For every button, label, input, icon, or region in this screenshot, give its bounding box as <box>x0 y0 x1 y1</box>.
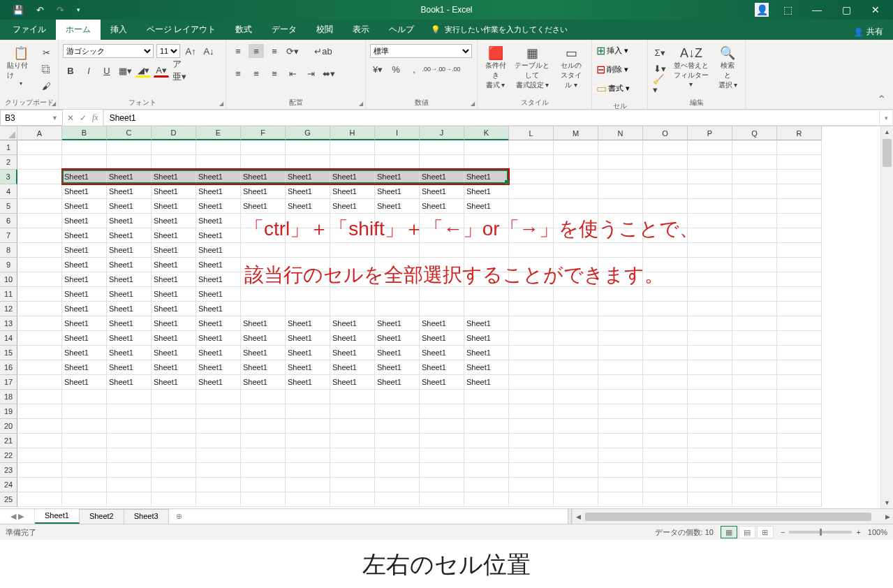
cell-J24[interactable] <box>420 478 464 492</box>
cell-E15[interactable]: Sheet1 <box>196 346 241 360</box>
cell-I25[interactable] <box>375 492 420 507</box>
cell-E19[interactable] <box>196 404 241 419</box>
number-launcher-icon[interactable]: ◢ <box>471 101 475 107</box>
cell-H25[interactable] <box>330 492 375 507</box>
cell-H13[interactable]: Sheet1 <box>330 316 375 331</box>
cell-E9[interactable]: Sheet1 <box>196 258 241 272</box>
cell-R2[interactable] <box>777 155 822 170</box>
cell-G24[interactable] <box>286 478 330 492</box>
cell-L6[interactable] <box>509 214 554 228</box>
add-sheet-button[interactable]: ⊕ <box>169 509 190 524</box>
cell-B4[interactable]: Sheet1 <box>62 184 107 199</box>
cell-J10[interactable] <box>420 272 464 287</box>
cell-H11[interactable] <box>330 287 375 302</box>
row-header-21[interactable]: 21 <box>0 434 17 448</box>
cell-P4[interactable] <box>688 184 732 199</box>
cell-Q22[interactable] <box>732 448 777 463</box>
cell-P3[interactable] <box>688 170 732 184</box>
cell-M16[interactable] <box>554 360 598 375</box>
cell-E18[interactable] <box>196 390 241 404</box>
cell-O17[interactable] <box>643 375 688 390</box>
cell-R7[interactable] <box>777 228 822 243</box>
row-header-8[interactable]: 8 <box>0 243 17 258</box>
cell-C1[interactable] <box>107 140 152 155</box>
cell-M9[interactable] <box>554 258 598 272</box>
row-header-18[interactable]: 18 <box>0 390 17 404</box>
cell-G12[interactable] <box>286 302 330 316</box>
cell-K8[interactable] <box>464 243 509 258</box>
cell-B23[interactable] <box>62 463 107 478</box>
cell-B1[interactable] <box>62 140 107 155</box>
cell-P7[interactable] <box>688 228 732 243</box>
cell-N3[interactable] <box>598 170 643 184</box>
cell-D22[interactable] <box>152 448 196 463</box>
cell-P21[interactable] <box>688 434 732 448</box>
cell-F23[interactable] <box>241 463 286 478</box>
cell-Q2[interactable] <box>732 155 777 170</box>
cell-J14[interactable]: Sheet1 <box>420 331 464 346</box>
cell-H20[interactable] <box>330 419 375 434</box>
decrease-font-icon[interactable]: A↓ <box>201 44 216 58</box>
confirm-edit-icon[interactable]: ✓ <box>80 113 87 123</box>
cell-B6[interactable]: Sheet1 <box>62 214 107 228</box>
format-table-button[interactable]: ▦テーブルとして 書式設定 ▾ <box>510 44 554 91</box>
cell-L8[interactable] <box>509 243 554 258</box>
row-header-14[interactable]: 14 <box>0 331 17 346</box>
cell-R25[interactable] <box>777 492 822 507</box>
cell-D2[interactable] <box>152 155 196 170</box>
cell-M22[interactable] <box>554 448 598 463</box>
cell-D14[interactable]: Sheet1 <box>152 331 196 346</box>
cell-H24[interactable] <box>330 478 375 492</box>
cell-E11[interactable]: Sheet1 <box>196 287 241 302</box>
cell-H22[interactable] <box>330 448 375 463</box>
cell-N15[interactable] <box>598 346 643 360</box>
cell-L21[interactable] <box>509 434 554 448</box>
cell-Q21[interactable] <box>732 434 777 448</box>
view-layout-icon[interactable]: ▤ <box>739 526 755 538</box>
wrap-text-icon[interactable]: ↵ab <box>316 44 331 58</box>
cell-J2[interactable] <box>420 155 464 170</box>
cell-F5[interactable]: Sheet1 <box>241 199 286 214</box>
cell-R11[interactable] <box>777 287 822 302</box>
cell-B21[interactable] <box>62 434 107 448</box>
cell-L24[interactable] <box>509 478 554 492</box>
row-header-20[interactable]: 20 <box>0 419 17 434</box>
cell-H15[interactable]: Sheet1 <box>330 346 375 360</box>
cell-G14[interactable]: Sheet1 <box>286 331 330 346</box>
cell-R23[interactable] <box>777 463 822 478</box>
cell-R4[interactable] <box>777 184 822 199</box>
cell-R14[interactable] <box>777 331 822 346</box>
cell-Q23[interactable] <box>732 463 777 478</box>
cell-A16[interactable] <box>17 360 62 375</box>
expand-formula-icon[interactable]: ▾ <box>879 110 893 126</box>
find-select-button[interactable]: 🔍検索と 選択 ▾ <box>715 44 741 91</box>
cell-L7[interactable] <box>509 228 554 243</box>
cell-R21[interactable] <box>777 434 822 448</box>
cell-J13[interactable]: Sheet1 <box>420 316 464 331</box>
cell-M19[interactable] <box>554 404 598 419</box>
cell-G17[interactable]: Sheet1 <box>286 375 330 390</box>
align-middle-icon[interactable]: ≡ <box>249 44 264 58</box>
tell-me-search[interactable]: 💡 実行したい作業を入力してください <box>424 20 568 40</box>
cell-K9[interactable] <box>464 258 509 272</box>
cell-P23[interactable] <box>688 463 732 478</box>
cell-Q8[interactable] <box>732 243 777 258</box>
cell-E7[interactable]: Sheet1 <box>196 228 241 243</box>
cell-F20[interactable] <box>241 419 286 434</box>
sort-filter-button[interactable]: A↓Z並べ替えと フィルター ▾ <box>669 44 714 89</box>
cell-Q24[interactable] <box>732 478 777 492</box>
cell-O23[interactable] <box>643 463 688 478</box>
cell-G23[interactable] <box>286 463 330 478</box>
cell-E6[interactable]: Sheet1 <box>196 214 241 228</box>
tab-review[interactable]: 校閲 <box>307 20 343 40</box>
cell-K1[interactable] <box>464 140 509 155</box>
cell-Q18[interactable] <box>732 390 777 404</box>
cell-O6[interactable] <box>643 214 688 228</box>
cell-I1[interactable] <box>375 140 420 155</box>
row-header-22[interactable]: 22 <box>0 448 17 463</box>
underline-button[interactable]: U <box>99 64 115 78</box>
font-size-select[interactable]: 11 <box>156 44 180 58</box>
column-header-G[interactable]: G <box>286 126 330 140</box>
cell-K23[interactable] <box>464 463 509 478</box>
cell-A12[interactable] <box>17 302 62 316</box>
